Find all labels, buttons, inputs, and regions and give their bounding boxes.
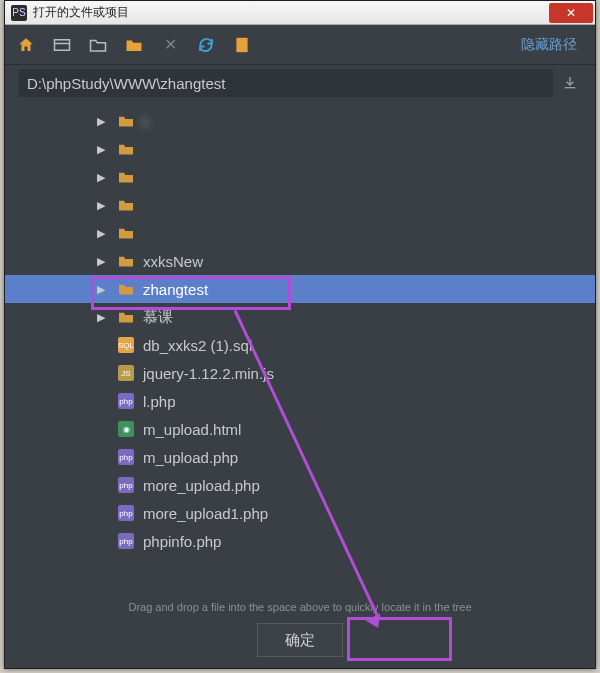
svg-rect-0 — [55, 39, 70, 50]
expand-arrow-icon[interactable]: ▶ — [97, 311, 111, 324]
tree-item-label: m_upload.php — [143, 449, 238, 466]
tree-item-label: more_upload1.php — [143, 505, 268, 522]
project-icon[interactable] — [51, 34, 73, 56]
hide-path-link[interactable]: 隐藏路径 — [521, 36, 585, 54]
new-folder-icon[interactable] — [87, 34, 109, 56]
tree-item-label: phpinfo.php — [143, 533, 221, 550]
expand-arrow-icon[interactable]: ▶ — [97, 143, 111, 156]
tree-file[interactable]: SQLdb_xxks2 (1).sql — [19, 331, 581, 359]
php-file-icon: php — [117, 448, 135, 466]
titlebar: PS 打开的文件或项目 ✕ — [5, 1, 595, 25]
save-path-icon[interactable] — [559, 72, 581, 94]
tree-item-label: jquery-1.12.2.min.js — [143, 365, 274, 382]
tree-item-label: 慕课 — [143, 308, 173, 327]
html-file-icon: ◉ — [117, 420, 135, 438]
tree-item-label: m_upload.html — [143, 421, 241, 438]
new-project-icon[interactable] — [123, 34, 145, 56]
php-file-icon: php — [117, 392, 135, 410]
tree-folder[interactable]: ▶t — [19, 107, 581, 135]
tree-item-label: xxksNew — [143, 253, 203, 270]
tree-file[interactable]: phpmore_upload1.php — [19, 499, 581, 527]
bookmark-icon[interactable] — [231, 34, 253, 56]
folder-icon — [117, 280, 135, 298]
window-title: 打开的文件或项目 — [33, 4, 129, 21]
tree-folder[interactable]: ▶zhangtest — [5, 275, 595, 303]
tree-item-label: t — [143, 113, 147, 130]
tree-item-label: zhangtest — [143, 281, 208, 298]
path-row — [5, 65, 595, 107]
svg-rect-2 — [236, 37, 247, 51]
tree-item-label: l.php — [143, 393, 176, 410]
tree-folder[interactable]: ▶慕课 — [19, 303, 581, 331]
expand-arrow-icon[interactable]: ▶ — [97, 171, 111, 184]
tree-file[interactable]: phpm_upload.php — [19, 443, 581, 471]
expand-arrow-icon[interactable]: ▶ — [97, 227, 111, 240]
drag-hint: Drag and drop a file into the space abov… — [5, 597, 595, 623]
file-tree[interactable]: ▶t▶▶▶▶▶xxksNew▶zhangtest▶慕课SQLdb_xxks2 (… — [5, 107, 595, 597]
expand-arrow-icon[interactable]: ▶ — [97, 255, 111, 268]
js-file-icon: JS — [117, 364, 135, 382]
php-file-icon: php — [117, 532, 135, 550]
tree-file[interactable]: phpphpinfo.php — [19, 527, 581, 555]
php-file-icon: php — [117, 504, 135, 522]
tree-file[interactable]: phpmore_upload.php — [19, 471, 581, 499]
app-icon: PS — [11, 5, 27, 21]
home-icon[interactable] — [15, 34, 37, 56]
delete-icon[interactable]: ✕ — [159, 34, 181, 56]
folder-icon — [117, 168, 135, 186]
tree-file[interactable]: JSjquery-1.12.2.min.js — [19, 359, 581, 387]
close-button[interactable]: ✕ — [549, 3, 593, 23]
tree-folder[interactable]: ▶xxksNew — [19, 247, 581, 275]
sql-file-icon: SQL — [117, 336, 135, 354]
folder-icon — [117, 224, 135, 242]
tree-folder[interactable]: ▶ — [19, 191, 581, 219]
footer: 确定 — [5, 623, 595, 669]
tree-item-label: more_upload.php — [143, 477, 260, 494]
path-input[interactable] — [19, 69, 553, 97]
refresh-icon[interactable] — [195, 34, 217, 56]
expand-arrow-icon[interactable]: ▶ — [97, 199, 111, 212]
folder-icon — [117, 252, 135, 270]
php-file-icon: php — [117, 476, 135, 494]
toolbar: ✕ 隐藏路径 — [5, 25, 595, 65]
tree-file[interactable]: ◉m_upload.html — [19, 415, 581, 443]
tree-folder[interactable]: ▶ — [19, 219, 581, 247]
expand-arrow-icon[interactable]: ▶ — [97, 115, 111, 128]
tree-folder[interactable]: ▶ — [19, 135, 581, 163]
folder-icon — [117, 196, 135, 214]
tree-file[interactable]: phpl.php — [19, 387, 581, 415]
folder-icon — [117, 308, 135, 326]
dialog-window: PS 打开的文件或项目 ✕ ✕ 隐藏路径 ▶t▶▶▶▶▶xx — [4, 0, 596, 669]
expand-arrow-icon[interactable]: ▶ — [97, 283, 111, 296]
folder-icon — [117, 140, 135, 158]
folder-icon — [117, 112, 135, 130]
tree-item-label: db_xxks2 (1).sql — [143, 337, 252, 354]
ok-button[interactable]: 确定 — [257, 623, 343, 657]
tree-folder[interactable]: ▶ — [19, 163, 581, 191]
